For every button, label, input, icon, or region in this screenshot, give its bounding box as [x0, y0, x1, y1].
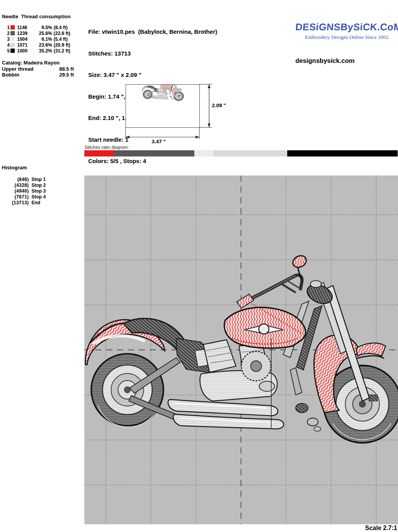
- needle-number: 3: [2, 37, 10, 42]
- thread-row: 5 1000 35.2% (31.2 ft): [2, 48, 70, 54]
- needle-number: 1: [2, 25, 10, 30]
- thread-color-swatch: [10, 25, 15, 30]
- histogram-entry: (4940) Stop 3: [0, 188, 46, 194]
- motorcycle-embroidery: [86, 254, 398, 443]
- upper-thread-value: 88.5 ft: [59, 66, 74, 72]
- height-dimension-label: 2.09 ": [212, 103, 226, 108]
- needle-column-header: Needle: [2, 14, 18, 19]
- thread-percent: 6.1%: [34, 37, 52, 42]
- ratio-segment: [213, 150, 287, 156]
- design-render: [84, 176, 398, 524]
- thread-legend-table: 1 1146 9.5% (8.4 ft) 2 1239 25.6% (22.6 …: [2, 24, 70, 54]
- stitch-count-line: Stitches: 13713: [88, 50, 217, 57]
- embroidery-design-sheet: { "legend": { "header_needle": "Needle",…: [0, 0, 398, 532]
- thread-percent: 9.5%: [34, 25, 52, 30]
- histogram-entry: (7671) Stop 4: [0, 194, 46, 200]
- thread-row: 1 1146 9.5% (8.4 ft): [2, 24, 70, 30]
- thread-code: 1004: [17, 37, 34, 42]
- thread-percent: 25.6%: [34, 31, 52, 36]
- arrow-up-icon: [208, 84, 211, 88]
- catalog-line: Catalog: Madeira Rayon: [2, 60, 59, 66]
- upper-thread-label: Upper thread: [2, 66, 33, 72]
- ratio-segment: [114, 150, 194, 156]
- thread-code: 1071: [17, 42, 34, 48]
- stitch-count: (7671): [0, 194, 29, 200]
- stop-label: Stop 1: [31, 177, 46, 182]
- arrow-down-icon: [208, 123, 211, 127]
- design-canvas: [84, 176, 398, 524]
- thread-code: 1239: [17, 31, 34, 36]
- thread-code: 1000: [17, 48, 34, 54]
- thread-row: 4 1071 23.6% (20.9 ft): [2, 42, 70, 48]
- thread-length: (5.4 ft): [54, 37, 68, 42]
- file-name-line: File: vtwin10.pes (Babylock, Bernina, Br…: [88, 28, 217, 36]
- bobbin-line: Bobbin 29.5 ft: [2, 72, 74, 78]
- needle-number: 2: [2, 31, 10, 36]
- thread-length: (22.6 ft): [54, 31, 70, 36]
- stitch-count: (4940): [0, 188, 29, 194]
- ratio-segment: [194, 150, 213, 156]
- thread-length: (20.9 ft): [54, 42, 70, 48]
- thread-color-swatch: [10, 43, 15, 47]
- scale-label: Scale 2.7:1: [359, 525, 397, 532]
- thread-length: (31.2 ft): [54, 48, 70, 54]
- histogram-list: (846) Stop 1 (4328) Stop 2 (4940) Stop 3…: [0, 176, 46, 205]
- needle-number: 4: [2, 42, 10, 48]
- arrow-left-icon: [126, 136, 129, 139]
- histogram-entry: (13713) End: [0, 200, 46, 205]
- needle-number: 5: [2, 48, 10, 54]
- histogram-title: Histogram: [2, 165, 27, 170]
- histogram-entry: (846) Stop 1: [0, 176, 46, 182]
- histogram-entry: (4328) Stop 2: [0, 182, 46, 188]
- stitch-count: (846): [0, 177, 29, 182]
- thread-color-swatch: [10, 37, 15, 41]
- consumption-column-header: Thread consumption: [21, 14, 71, 19]
- stop-label: End: [31, 200, 40, 205]
- bobbin-label: Bobbin: [2, 72, 19, 78]
- width-dimension-label: 3.47 ": [152, 139, 166, 144]
- stitches-ratio-bar: [84, 150, 398, 156]
- thread-code: 1146: [17, 25, 34, 30]
- logo-domain-text: designsbysick.com: [295, 57, 354, 64]
- stop-label: Stop 3: [31, 188, 46, 194]
- thread-percent: 23.6%: [34, 42, 52, 48]
- designsbysick-logo: DESiGNSBySiCK.CoM: [295, 21, 398, 33]
- thread-row: 2 1239 25.6% (22.6 ft): [2, 30, 70, 36]
- stitches-ratio-label: Stitches ratio diagram:: [84, 145, 129, 150]
- stop-label: Stop 4: [31, 194, 46, 200]
- bobbin-value: 29.5 ft: [59, 72, 74, 78]
- dimension-lines: [117, 78, 245, 150]
- logo-tagline: Embroidery Designs Online Since 2002: [295, 34, 398, 40]
- thread-percent: 35.2%: [34, 48, 52, 54]
- upper-thread-line: Upper thread 88.5 ft: [2, 66, 74, 72]
- arrow-right-icon: [196, 136, 199, 139]
- thread-length: (8.4 ft): [54, 25, 68, 30]
- thread-legend-header: Needle Thread consumption: [2, 14, 71, 19]
- thread-color-swatch: [10, 49, 15, 53]
- stitch-count: (4328): [0, 183, 29, 188]
- ratio-segment: [287, 150, 398, 156]
- ratio-segment: [84, 150, 114, 156]
- stop-label: Stop 2: [31, 183, 46, 188]
- stitch-count: (13713): [0, 200, 29, 205]
- thread-color-swatch: [10, 31, 15, 35]
- thread-row: 3 1004 6.1% (5.4 ft): [2, 36, 70, 42]
- colors-stops-line: Colors: 5/5 , Stops: 4: [88, 158, 217, 165]
